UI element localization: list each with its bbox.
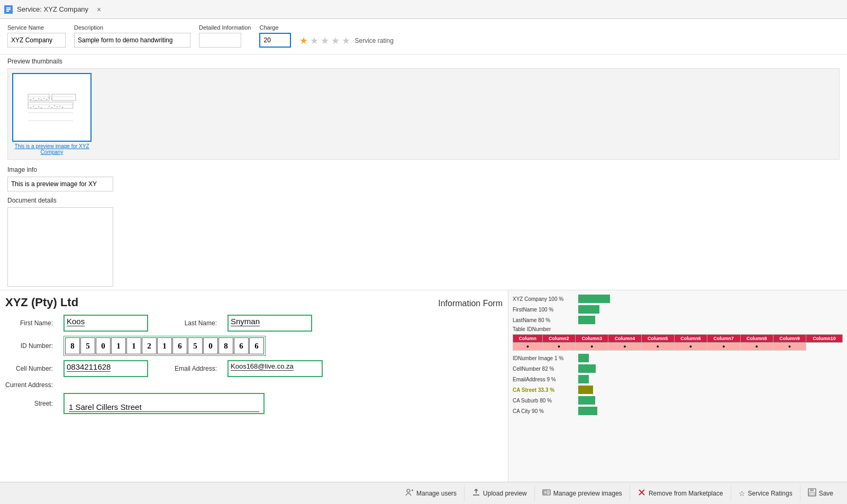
street-row: Street: 1 Sarel Cillers Street bbox=[5, 393, 503, 414]
service-name-group: Service Name bbox=[7, 24, 66, 48]
id-cell-0: 8 bbox=[65, 337, 80, 354]
col-header-3: Column3 bbox=[576, 335, 608, 343]
firstname-label: First Name: bbox=[5, 319, 53, 327]
col-header-7: Column7 bbox=[707, 335, 740, 343]
lastname-box: Snyman bbox=[227, 315, 312, 332]
config-label-email: EmailAddress 9 % bbox=[513, 377, 576, 382]
service-name-input[interactable] bbox=[7, 33, 66, 48]
service-name-label: Service Name bbox=[7, 24, 66, 31]
thumbnail-preview bbox=[20, 84, 84, 131]
config-bar-cell bbox=[578, 364, 596, 373]
config-bar-castreet bbox=[578, 386, 593, 394]
id-cell-1: 5 bbox=[80, 337, 95, 354]
cellnumber-box: 0834211628 bbox=[63, 360, 148, 377]
svg-point-23 bbox=[59, 106, 60, 107]
id-cell-4: 1 bbox=[126, 337, 141, 354]
table-cell-1: ● bbox=[542, 343, 575, 351]
config-label-1: FirstName 100 % bbox=[513, 307, 576, 313]
manage-preview-label: Manage preview images bbox=[553, 490, 622, 497]
lastname-label: Last Name: bbox=[169, 319, 217, 327]
config-bar-0 bbox=[578, 295, 610, 303]
service-ratings-button[interactable]: ☆ Service Ratings bbox=[731, 486, 800, 501]
svg-point-32 bbox=[407, 489, 410, 492]
svg-point-6 bbox=[33, 98, 34, 99]
image-info-input[interactable] bbox=[7, 177, 113, 191]
thumbnails-container: This is a preview image for XYZ Company bbox=[7, 68, 840, 160]
detailed-info-input[interactable] bbox=[199, 33, 241, 48]
upload-preview-button[interactable]: Upload preview bbox=[464, 485, 534, 501]
lastname-value: Snyman bbox=[231, 317, 260, 326]
config-label-0: XYZ Company 100 % bbox=[513, 296, 576, 302]
config-row-1: FirstName 100 % bbox=[513, 305, 843, 314]
config-row-table-header: Table IDNumber bbox=[513, 326, 843, 332]
config-row-idimage: IDNumber Image 1 % bbox=[513, 354, 843, 362]
thumbnail-item[interactable]: This is a preview image for XYZ Company bbox=[12, 73, 92, 155]
svg-rect-2 bbox=[6, 9, 11, 10]
form-title: Information Form bbox=[438, 299, 503, 308]
thumbnail-caption[interactable]: This is a preview image for XYZ Company bbox=[12, 143, 92, 155]
star-5[interactable]: ★ bbox=[342, 35, 350, 47]
remove-marketplace-button[interactable]: Remove from Marketplace bbox=[630, 485, 731, 501]
config-bar-2 bbox=[578, 316, 595, 324]
id-cell-6: 1 bbox=[157, 337, 172, 354]
id-cell-7: 6 bbox=[172, 337, 187, 354]
charge-input[interactable] bbox=[259, 33, 291, 48]
name-row: First Name: Koos Last Name: Snyman bbox=[5, 315, 503, 332]
service-ratings-icon: ☆ bbox=[739, 489, 745, 498]
id-cell-11: 6 bbox=[234, 337, 249, 354]
config-label-table: Table IDNumber bbox=[513, 326, 576, 332]
close-button[interactable]: × bbox=[97, 5, 101, 14]
star-1[interactable]: ★ bbox=[299, 35, 308, 47]
config-bar-cacity bbox=[578, 407, 597, 415]
star-2[interactable]: ★ bbox=[310, 35, 318, 47]
col-header-5: Column5 bbox=[641, 335, 674, 343]
col-header-2: Column2 bbox=[542, 335, 575, 343]
config-row-cacity: CA City 90 % bbox=[513, 407, 843, 415]
image-info-label: Image info bbox=[7, 166, 840, 173]
save-button[interactable]: Save bbox=[800, 485, 841, 501]
id-cell-10: 8 bbox=[218, 337, 233, 354]
table-cell-3: ● bbox=[608, 343, 641, 351]
preview-section: Preview thumbnails bbox=[0, 54, 847, 163]
manage-users-button[interactable]: Manage users bbox=[398, 485, 464, 501]
doc-details-label: Document details bbox=[7, 197, 840, 204]
svg-point-24 bbox=[62, 107, 63, 108]
id-row: ID Number: 8 5 0 1 1 2 1 6 5 0 8 6 6 bbox=[5, 336, 503, 356]
config-bar-email bbox=[578, 375, 589, 383]
config-bar-casuburb bbox=[578, 396, 595, 405]
main-content: Service Name Description Detailed Inform… bbox=[0, 19, 847, 482]
table-cell-7: ● bbox=[740, 343, 773, 351]
table-cell-6: ● bbox=[707, 343, 740, 351]
id-cells: 8 5 0 1 1 2 1 6 5 0 8 6 6 bbox=[63, 336, 266, 356]
svg-point-21 bbox=[54, 105, 55, 106]
description-input[interactable] bbox=[74, 33, 190, 48]
id-cell-3: 1 bbox=[111, 337, 126, 354]
config-row-email: EmailAddress 9 % bbox=[513, 375, 843, 383]
id-cell-8: 5 bbox=[188, 337, 203, 354]
thumbnail-box[interactable] bbox=[12, 73, 92, 142]
svg-point-8 bbox=[38, 98, 39, 99]
contact-row: Cell Number: 0834211628 Email Address: K… bbox=[5, 360, 503, 377]
config-row-0: XYZ Company 100 % bbox=[513, 295, 843, 303]
table-cell-2: ● bbox=[576, 343, 608, 351]
manage-preview-button[interactable]: Manage preview images bbox=[534, 485, 630, 501]
star-4[interactable]: ★ bbox=[331, 35, 340, 47]
description-group: Description bbox=[74, 24, 190, 48]
star-3[interactable]: ★ bbox=[321, 35, 329, 47]
table-row-1: ● ● ● ● ● ● ● ● ● bbox=[513, 343, 843, 351]
config-label-cell: CellNumber 82 % bbox=[513, 366, 576, 372]
doc-details-section: Document details bbox=[0, 195, 847, 290]
id-cell-9: 0 bbox=[203, 337, 218, 354]
cellnumber-value: 0834211628 bbox=[67, 362, 111, 372]
email-value: Koos168@live.co.za bbox=[231, 362, 294, 371]
manage-users-label: Manage users bbox=[416, 490, 457, 497]
rating-section: ★ ★ ★ ★ ★ Service rating bbox=[299, 35, 393, 47]
svg-rect-43 bbox=[810, 489, 814, 491]
svg-point-15 bbox=[33, 106, 34, 107]
svg-point-19 bbox=[49, 106, 50, 107]
title-bar: Service: XYZ Company × bbox=[0, 0, 847, 19]
charge-label: Charge bbox=[259, 24, 291, 31]
email-label: Email Address: bbox=[169, 365, 217, 372]
cellnumber-label: Cell Number: bbox=[5, 365, 53, 372]
id-mapping-table: Column Column2 Column3 Column4 Column5 C… bbox=[513, 334, 843, 351]
